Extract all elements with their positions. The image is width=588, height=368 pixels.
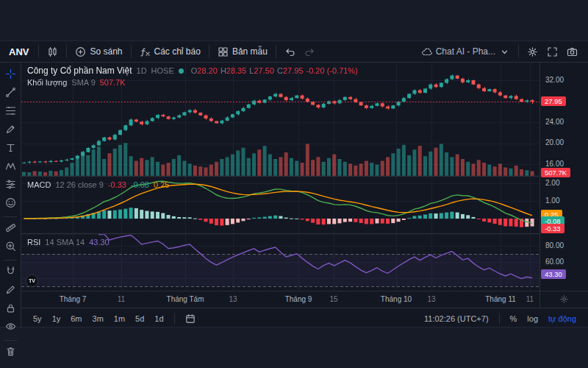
indicators-label: Các chỉ báo [154, 46, 201, 57]
chart-canvas[interactable] [21, 63, 539, 291]
chat-ai-button[interactable]: Chat AI - Pha... [417, 44, 514, 60]
percent-scale-button[interactable]: % [506, 312, 522, 325]
time-label: Tháng 10 [381, 295, 412, 303]
price-tick: 16.00 [545, 160, 564, 168]
range-button-6m[interactable]: 6m [66, 312, 86, 325]
macd-signal-value: 0.25 [154, 180, 169, 189]
time-axis-labels: Tháng 711Tháng Tám13Tháng 915Tháng 1013T… [21, 291, 539, 308]
volume-label: Khối lượng [27, 78, 67, 87]
tool-emoji[interactable] [1, 195, 19, 213]
toolbar-separator [66, 45, 67, 58]
range-buttons: 5y1y6m3m1m5d1d [29, 312, 168, 325]
toolbar-separator [518, 45, 519, 58]
time-label: Tháng 11 [485, 295, 516, 303]
gear-icon [527, 46, 538, 57]
compare-button[interactable]: So sánh [71, 44, 126, 60]
range-button-5d[interactable]: 5d [131, 312, 148, 325]
templates-button[interactable]: Bản mẫu [213, 44, 272, 60]
macd-legend[interactable]: MACD 12 26 close 9 -0.33 -0.08 0.25 [27, 179, 169, 191]
price-tick: 32.00 [545, 76, 564, 84]
tradingview-logo[interactable]: TV [26, 275, 38, 290]
undo-button[interactable] [280, 44, 300, 60]
tool-ruler[interactable] [1, 220, 19, 238]
tool-drawing-pencil[interactable] [1, 282, 19, 300]
fib-retracement-icon [5, 105, 16, 119]
ohlc-values: O28.20 H28.35 L27.50 C27.95 -0.20 (-0.71… [191, 66, 358, 75]
calendar-icon [185, 314, 196, 324]
rail-divider [4, 340, 17, 341]
time-label: 13 [427, 295, 435, 303]
templates-label: Bản mẫu [232, 46, 268, 57]
footer-separator [174, 313, 175, 325]
tool-fib-retracement[interactable] [1, 103, 19, 121]
rsi-label: RSI [27, 238, 40, 247]
cloud-icon [421, 46, 432, 57]
close-value: 27.95 [283, 66, 304, 75]
tool-remove-drawings[interactable] [1, 344, 19, 362]
toolbar-separator [38, 45, 39, 58]
high-value: 28.35 [226, 66, 247, 75]
chart-zone: Công ty Cổ phần Nam Việt 1D HOSE O28.20 … [21, 63, 588, 291]
range-button-1y[interactable]: 1y [48, 312, 65, 325]
axis-settings-button[interactable] [539, 291, 587, 308]
range-button-1d[interactable]: 1d [150, 312, 168, 325]
chart-widget: ANV So sánh Các chỉ báo Bản mẫu [0, 40, 588, 328]
time-axis[interactable]: Tháng 711Tháng Tám13Tháng 915Tháng 1013T… [21, 291, 588, 308]
plus-circle-icon [75, 46, 86, 57]
tool-lock[interactable] [1, 300, 19, 319]
time-label: 13 [229, 295, 237, 303]
interval-label[interactable]: 1D [137, 66, 147, 75]
rsi-legend[interactable]: RSI 14 SMA 14 43.30 [27, 236, 110, 248]
macd-badge: -0.33 [541, 224, 564, 233]
parallel-channel-icon [5, 179, 16, 193]
time-label: Tháng 9 [285, 295, 312, 303]
fx-icon [140, 46, 151, 57]
price-tick: 24.00 [545, 118, 564, 126]
range-button-1m[interactable]: 1m [110, 312, 129, 325]
indicators-button[interactable]: Các chỉ báo [135, 44, 205, 60]
low-value: 27.50 [254, 66, 274, 75]
xabcd-pattern-icon [5, 160, 16, 174]
volume-badge: 507.7K [541, 168, 570, 177]
rsi-value: 43.30 [89, 238, 110, 247]
chart-type-button[interactable] [43, 44, 62, 60]
tool-xabcd-pattern[interactable] [1, 158, 19, 177]
open-value: 28.20 [197, 66, 218, 75]
tool-text-tool[interactable] [1, 140, 19, 158]
tool-magnet[interactable] [1, 263, 19, 282]
tool-trend-line[interactable] [1, 85, 19, 103]
range-button-3m[interactable]: 3m [88, 312, 108, 325]
clock[interactable]: 11:02:26 (UTC+7) [420, 312, 493, 325]
snapshot-button[interactable] [562, 44, 582, 60]
compare-label: So sánh [90, 46, 122, 57]
company-name: Công ty Cổ phần Nam Việt [27, 66, 132, 76]
go-to-date-button[interactable] [181, 311, 200, 326]
range-button-5y[interactable]: 5y [29, 312, 46, 325]
tool-crosshair[interactable] [1, 66, 19, 85]
toolbar-separator [209, 45, 209, 58]
exchange-label: HOSE [151, 66, 174, 75]
toolbar-right-group: Chat AI - Pha... [417, 44, 582, 60]
undo-icon [284, 46, 295, 57]
tool-parallel-channel[interactable] [1, 177, 19, 195]
emoji-icon [5, 197, 16, 211]
chart-main: Công ty Cổ phần Nam Việt 1D HOSE O28.20 … [21, 63, 588, 328]
tool-brush[interactable] [1, 121, 19, 140]
text-tool-icon [5, 142, 16, 156]
auto-scale-button[interactable]: tự động [544, 312, 581, 325]
tool-hide-drawings[interactable] [1, 319, 19, 337]
change-value: -0.20 (-0.71%) [306, 66, 358, 75]
symbol-search-button[interactable]: ANV [6, 44, 35, 60]
time-label: Tháng 7 [60, 295, 87, 303]
settings-button[interactable] [523, 44, 542, 60]
zoom-in-icon [5, 241, 16, 255]
redo-button[interactable] [300, 44, 320, 60]
price-axis[interactable]: 32.0024.0020.0016.002.001.0080.0060.0027… [539, 63, 587, 291]
tool-zoom-in[interactable] [1, 238, 19, 257]
macd-hist-value: -0.33 [108, 180, 126, 189]
top-toolbar: ANV So sánh Các chỉ báo Bản mẫu [0, 41, 588, 63]
rail-divider [4, 260, 17, 261]
fullscreen-button[interactable] [542, 44, 562, 60]
log-scale-button[interactable]: log [523, 312, 542, 325]
macd-tick: 1.00 [545, 197, 559, 205]
